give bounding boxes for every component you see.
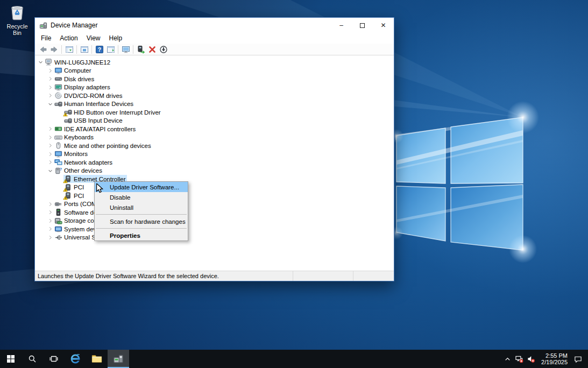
menu-action[interactable]: Action bbox=[55, 33, 82, 43]
tree-item-label: Other devices bbox=[64, 167, 102, 174]
network-error-icon[interactable] bbox=[513, 350, 525, 368]
disable-button[interactable] bbox=[158, 44, 169, 55]
chevron-right-icon[interactable] bbox=[47, 159, 54, 166]
tree-item-pci[interactable]: PCI bbox=[35, 192, 394, 200]
tree-item-label: Computer bbox=[64, 67, 91, 74]
back-button[interactable] bbox=[37, 44, 48, 55]
recycle-bin[interactable]: Recycle Bin bbox=[2, 3, 32, 36]
tree-item-other-devices[interactable]: ?Other devices bbox=[35, 167, 394, 175]
chevron-down-icon[interactable] bbox=[47, 167, 54, 174]
tree-item-ide-ata-atapi-controllers[interactable]: IDE ATA/ATAPI controllers bbox=[35, 125, 394, 133]
tray-chevron-up-icon[interactable] bbox=[501, 350, 513, 368]
tree-item-content: PCI bbox=[63, 183, 85, 192]
tree-item-computer[interactable]: Computer bbox=[35, 67, 394, 75]
recycle-bin-label: Recycle Bin bbox=[2, 23, 32, 36]
tree-item-label: WIN-LU6GJJNEE12 bbox=[54, 59, 110, 66]
computer-button[interactable] bbox=[120, 44, 131, 55]
tree-item-keyboards[interactable]: Keyboards bbox=[35, 133, 394, 142]
tree-item-mice-and-other-pointing-devices[interactable]: Mice and other pointing devices bbox=[35, 141, 394, 150]
action-pane-button[interactable] bbox=[105, 44, 116, 55]
tree-item-label: PCI bbox=[74, 193, 84, 199]
taskbar-buttons bbox=[0, 350, 129, 368]
minimize-button[interactable]: – bbox=[331, 18, 352, 33]
search-taskbar-button[interactable] bbox=[22, 350, 43, 368]
chevron-right-icon[interactable] bbox=[47, 67, 54, 74]
tree-item-human-interface-devices[interactable]: Human Interface Devices bbox=[35, 100, 394, 109]
context-menu-item-update-driver-software[interactable]: Update Driver Software... bbox=[95, 182, 188, 192]
chevron-right-icon[interactable] bbox=[47, 217, 54, 224]
tree-item-ports-com-lpt[interactable]: Ports (COM & LPT) bbox=[35, 200, 394, 209]
tree-item-label: Mice and other pointing devices bbox=[64, 143, 151, 149]
hid-device-icon bbox=[64, 117, 72, 125]
chevron-right-icon[interactable] bbox=[47, 151, 54, 157]
chevron-right-icon[interactable] bbox=[47, 134, 54, 140]
display-device-icon bbox=[54, 83, 62, 91]
chevron-right-icon[interactable] bbox=[47, 76, 54, 82]
file-explorer-taskbar-button[interactable] bbox=[86, 350, 108, 368]
chevron-right-icon[interactable] bbox=[47, 234, 54, 240]
tree-item-label: Disk drives bbox=[64, 76, 94, 82]
minimize-icon: – bbox=[339, 22, 343, 29]
chevron-down-icon[interactable] bbox=[47, 101, 54, 107]
hid-device-icon bbox=[64, 108, 72, 116]
tree-item-universal-serial-bus-controllers[interactable]: Universal Serial Bus controllers bbox=[35, 233, 394, 242]
chevron-right-icon[interactable] bbox=[47, 209, 54, 216]
toolbar: ? bbox=[35, 44, 394, 55]
tree-item-storage-controllers[interactable]: Storage controllers bbox=[35, 217, 394, 225]
tree-item-display-adapters[interactable]: Display adapters bbox=[35, 83, 394, 92]
context-menu-item-uninstall[interactable]: Uninstall bbox=[95, 202, 188, 213]
menu-file[interactable]: File bbox=[37, 33, 55, 43]
chevron-right-icon[interactable] bbox=[47, 201, 54, 207]
menu-help[interactable]: Help bbox=[105, 33, 127, 43]
tree-item-monitors[interactable]: Monitors bbox=[35, 150, 394, 159]
close-button[interactable]: ✕ bbox=[373, 18, 394, 33]
forward-button[interactable] bbox=[48, 44, 60, 55]
start-taskbar-button[interactable] bbox=[0, 350, 22, 368]
screen: Recycle Bin Device Manager – ✕ FileActio… bbox=[0, 0, 588, 368]
device-manager-window: Device Manager – ✕ FileActionViewHelp ? … bbox=[34, 17, 394, 281]
tree-item-content: Computer bbox=[54, 67, 93, 75]
help-button[interactable]: ? bbox=[94, 44, 105, 55]
menu-view[interactable]: View bbox=[82, 33, 105, 43]
tree-item-pci[interactable]: PCI bbox=[35, 183, 394, 192]
device-manager-taskbar-button[interactable] bbox=[108, 350, 129, 368]
tree-item-software-devices[interactable]: Software devices bbox=[35, 208, 394, 217]
internet-explorer-taskbar-button[interactable] bbox=[65, 350, 86, 368]
maximize-button[interactable] bbox=[352, 18, 373, 33]
tree-item-disk-drives[interactable]: Disk drives bbox=[35, 75, 394, 83]
tree-item-dvd-cd-rom-drives[interactable]: DVD/CD-ROM drives bbox=[35, 91, 394, 100]
context-menu-item-properties[interactable]: Properties bbox=[95, 230, 188, 240]
tree-item-content: HID Button over Interrupt Driver bbox=[63, 108, 162, 116]
titlebar[interactable]: Device Manager – ✕ bbox=[35, 18, 394, 33]
tree-item-content: PCI bbox=[63, 192, 85, 200]
tree-item-label: DVD/CD-ROM drives bbox=[64, 93, 123, 99]
software-device-icon bbox=[54, 208, 62, 216]
chevron-right-icon[interactable] bbox=[47, 126, 54, 132]
tree-item-network-adapters[interactable]: Network adapters bbox=[35, 158, 394, 167]
tree-item-ethernet-controller[interactable]: Ethernet Controller bbox=[35, 175, 394, 183]
chevron-down-icon[interactable] bbox=[38, 59, 44, 66]
chevron-right-icon[interactable] bbox=[47, 226, 54, 232]
context-menu-item-scan-for-hardware-changes[interactable]: Scan for hardware changes bbox=[95, 216, 188, 227]
tree-item-win-lu6gjjnee12[interactable]: WIN-LU6GJJNEE12 bbox=[35, 58, 394, 67]
chevron-right-icon[interactable] bbox=[47, 143, 54, 149]
tree-item-hid-button-over-interrupt-driver[interactable]: HID Button over Interrupt Driver bbox=[35, 108, 394, 117]
chevron-right-icon[interactable] bbox=[47, 93, 54, 99]
taskbar-clock[interactable]: 2:55 PM 2/19/2025 bbox=[541, 352, 568, 365]
context-menu-item-disable[interactable]: Disable bbox=[95, 192, 188, 202]
context-menu: Update Driver Software...DisableUninstal… bbox=[94, 181, 188, 241]
tree-item-system-devices[interactable]: System devices bbox=[35, 225, 394, 233]
tree-item-content: Monitors bbox=[54, 150, 89, 158]
update-driver-button[interactable] bbox=[135, 44, 146, 55]
tree-item-label: Monitors bbox=[64, 151, 88, 157]
tree-item-usb-input-device[interactable]: USB Input Device bbox=[35, 117, 394, 125]
window-button[interactable] bbox=[79, 44, 90, 55]
chevron-right-icon[interactable] bbox=[47, 84, 54, 90]
task-view-taskbar-button[interactable] bbox=[43, 350, 65, 368]
action-center-icon[interactable] bbox=[572, 350, 584, 368]
toolbar-separator bbox=[61, 45, 62, 54]
uninstall-button[interactable] bbox=[146, 44, 158, 55]
volume-error-icon[interactable] bbox=[525, 350, 537, 368]
console-tree-button[interactable] bbox=[63, 44, 75, 55]
chevron-placeholder bbox=[57, 117, 63, 124]
